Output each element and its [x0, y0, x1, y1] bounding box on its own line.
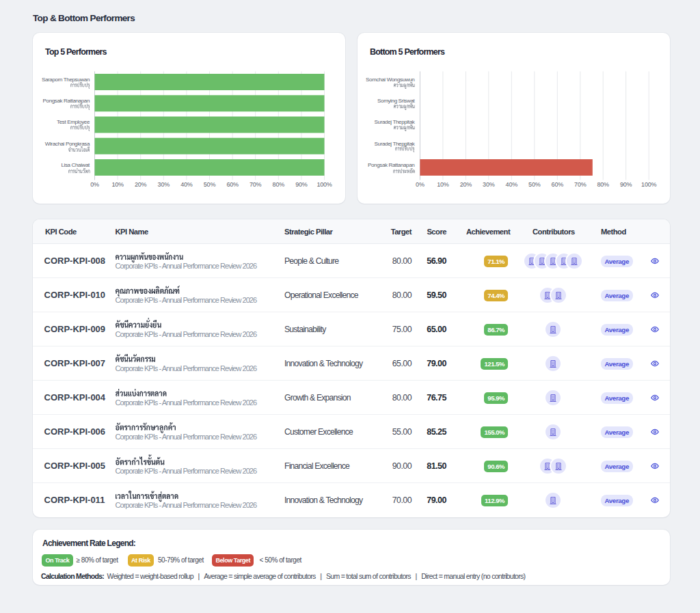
svg-text:Pongsak Rattanapan: Pongsak Rattanapan: [368, 162, 414, 168]
svg-text:70%: 70%: [250, 181, 262, 188]
svg-text:50%: 50%: [204, 181, 216, 188]
svg-text:90%: 90%: [620, 181, 632, 188]
svg-text:10%: 10%: [437, 181, 449, 188]
svg-text:30%: 30%: [158, 181, 170, 188]
svg-text:70%: 70%: [574, 181, 587, 188]
svg-text:100%: 100%: [641, 181, 656, 188]
svg-text:100%: 100%: [317, 181, 332, 188]
svg-text:0%: 0%: [416, 181, 425, 188]
svg-text:80%: 80%: [273, 181, 285, 188]
svg-text:Lisa Chaiwat: Lisa Chaiwat: [61, 162, 90, 168]
svg-text:50%: 50%: [528, 181, 541, 188]
svg-text:20%: 20%: [135, 181, 147, 188]
svg-text:10%: 10%: [111, 181, 124, 188]
svg-text:20%: 20%: [460, 181, 472, 188]
svg-text:40%: 40%: [506, 181, 518, 188]
svg-text:30%: 30%: [483, 181, 495, 188]
svg-text:60%: 60%: [552, 181, 564, 188]
svg-text:80%: 80%: [597, 181, 609, 188]
svg-text:60%: 60%: [226, 181, 239, 188]
svg-text:0%: 0%: [90, 181, 99, 188]
svg-text:90%: 90%: [295, 181, 308, 188]
svg-text:40%: 40%: [180, 181, 193, 188]
